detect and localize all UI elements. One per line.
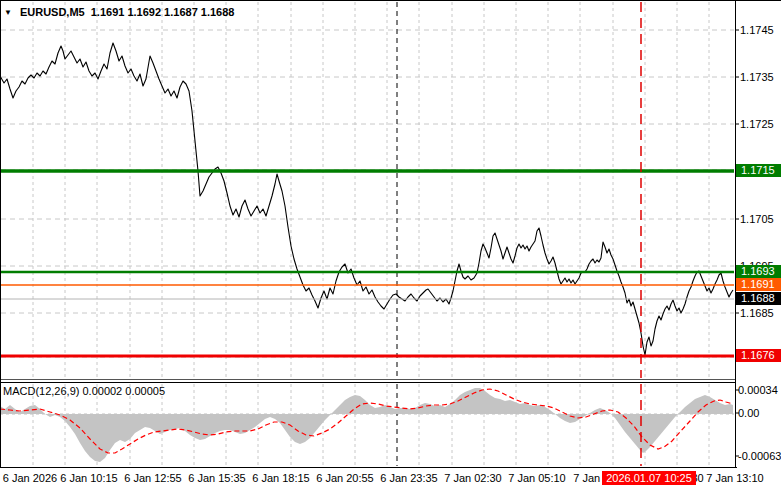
symbol-period-label: EURUSD,M5 [20, 6, 85, 18]
chart-canvas[interactable] [0, 1, 781, 489]
price-line [0, 43, 733, 355]
macd-indicator-label: MACD(12,26,9) 0.00002 0.00005 [3, 385, 165, 397]
chart-left-border [0, 1, 1, 468]
macd-axis-label: 0.00 [738, 407, 778, 419]
chart-header: ▼ EURUSD,M5 1.1691 1.1692 1.1687 1.1688 [4, 5, 234, 19]
time-axis-border [0, 467, 737, 468]
pane-separator[interactable] [0, 379, 736, 383]
price-level-badge[interactable]: 1.1715 [736, 164, 781, 177]
price-axis-border [735, 1, 736, 468]
price-axis-label: 1.1705 [740, 213, 780, 225]
price-axis-label: 1.1685 [740, 307, 780, 319]
price-axis-label: 1.1745 [740, 24, 780, 36]
macd-axis-label: -0.00063 [738, 450, 778, 462]
price-axis-label: 1.1735 [740, 71, 780, 83]
macd-axis-label: 0.00034 [738, 384, 778, 396]
price-level-badge[interactable]: 1.1676 [736, 349, 781, 362]
macd-histogram [0, 388, 733, 462]
price-level-badge[interactable]: 1.1693 [736, 265, 781, 278]
current-time-badge[interactable]: 2026.01.07 10:25 [602, 471, 696, 485]
collapse-ohlc-icon[interactable]: ▼ [4, 8, 12, 17]
time-axis-label: 7 Jan 13:10 [690, 472, 780, 484]
price-axis-label: 1.1725 [740, 118, 780, 130]
price-level-badge[interactable]: 1.1688 [736, 292, 781, 305]
chart-window: ▼ EURUSD,M5 1.1691 1.1692 1.1687 1.1688 … [0, 0, 781, 489]
ohlc-values: 1.1691 1.1692 1.1687 1.1688 [91, 6, 235, 18]
price-level-badge[interactable]: 1.1691 [736, 278, 781, 291]
